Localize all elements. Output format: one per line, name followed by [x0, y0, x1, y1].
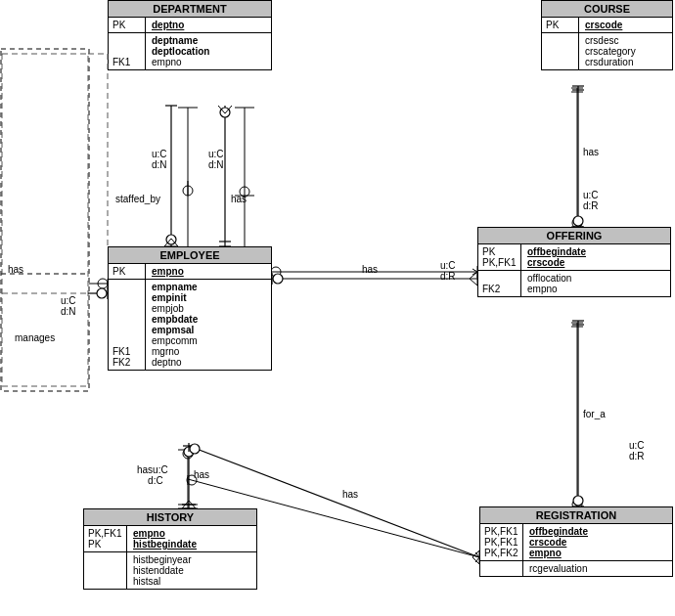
- reg-crscode: crscode: [529, 537, 588, 548]
- uC-dN-label2: u:Cd:N: [208, 149, 224, 170]
- hist-pk-key: PK: [88, 539, 122, 550]
- uC-dR-label3: u:Cd:R: [629, 440, 645, 462]
- svg-line-45: [171, 239, 178, 246]
- dept-deptname: deptname: [152, 35, 209, 46]
- emp-empmsal: empmsal: [152, 325, 198, 335]
- course-pk-key: PK: [546, 20, 574, 30]
- svg-point-43: [166, 235, 176, 244]
- emp-empname: empname: [152, 282, 198, 292]
- emp-pk-key: PK: [109, 264, 146, 279]
- emp-fk1-key: FK1: [112, 346, 141, 357]
- emp-attrs: empname empinit empjob empbdate empmsal …: [146, 280, 203, 370]
- off-pk-attrs: offbegindate crscode: [521, 244, 592, 270]
- course-crsdesc: crsdesc: [585, 35, 636, 46]
- emp-empbdate: empbdate: [152, 314, 198, 325]
- offering-entity: OFFERING PK PK,FK1 offbegindate crscode …: [477, 227, 671, 297]
- dept-attrs: deptname deptlocation empno: [146, 33, 215, 69]
- svg-point-21: [271, 267, 281, 277]
- staffed-by-label: staffed_by: [115, 194, 160, 204]
- reg-pkfk1-key2: PK,FK1: [484, 537, 518, 548]
- svg-line-70: [470, 272, 477, 279]
- svg-point-18: [183, 449, 193, 459]
- dept-deptno: deptno: [152, 20, 184, 30]
- off-pkfk1-key: PK,FK1: [482, 257, 517, 268]
- svg-line-63: [182, 501, 189, 508]
- uC-dN-label3: u:Cd:N: [61, 295, 76, 317]
- off-attrs: offlocation empno: [521, 271, 577, 296]
- off-offlocation: offlocation: [527, 273, 571, 284]
- emp-pk-attrs: empno: [146, 264, 190, 279]
- course-pk-attrs: crscode: [579, 18, 628, 32]
- course-entity: COURSE PK crscode crsdesc crscategory cr…: [541, 0, 673, 70]
- hasu-label: hasu:C d:C: [137, 464, 168, 486]
- reg-pkfk2-key: PK,FK2: [484, 548, 518, 558]
- diagram-container: COURSE PK crscode crsdesc crscategory cr…: [0, 0, 675, 616]
- svg-line-44: [164, 239, 171, 246]
- history-entity: HISTORY PK,FK1 PK empno histbegindate hi…: [83, 508, 257, 590]
- svg-line-87: [472, 557, 479, 564]
- svg-line-64: [189, 501, 196, 508]
- svg-point-12: [98, 279, 108, 288]
- manages-label: manages: [15, 332, 55, 343]
- dept-fk1-key3: FK1: [112, 57, 141, 67]
- off-empno: empno: [527, 284, 571, 294]
- hist-pkfk1-key: PK,FK1: [88, 528, 122, 539]
- history-title: HISTORY: [84, 509, 256, 526]
- course-attrs: crsdesc crscategory crsduration: [579, 33, 642, 69]
- hist-empno: empno: [133, 528, 197, 539]
- course-attr-keys: [542, 33, 579, 69]
- emp-empno: empno: [152, 266, 184, 277]
- hist-histbegindate: histbegindate: [133, 539, 197, 550]
- registration-entity: REGISTRATION PK,FK1 PK,FK1 PK,FK2 offbeg…: [479, 506, 673, 577]
- employee-title: EMPLOYEE: [109, 247, 271, 264]
- off-pk-key: PK: [482, 246, 517, 257]
- emp-mgrno: mgrno: [152, 346, 198, 357]
- reg-offbegindate: offbegindate: [529, 526, 588, 537]
- course-pk-crscode: crscode: [585, 20, 622, 30]
- dept-fk1-key: [112, 35, 141, 46]
- hist-histenddate: histenddate: [133, 565, 191, 576]
- registration-title: REGISTRATION: [480, 507, 672, 524]
- dept-deptlocation: deptlocation: [152, 46, 209, 57]
- uC-dR-label2: u:Cd:R: [583, 190, 599, 211]
- svg-line-86: [472, 550, 479, 557]
- dept-pk-key: PK: [109, 18, 146, 32]
- svg-line-52: [225, 106, 232, 113]
- emp-empjob: empjob: [152, 303, 198, 314]
- for-a-label: for_a: [583, 409, 606, 419]
- hist-histsal: histsal: [133, 576, 191, 587]
- has-emp-hist-label: has: [194, 469, 209, 480]
- dept-fk1-key2: [112, 46, 141, 57]
- offering-title: OFFERING: [478, 228, 670, 244]
- svg-line-71: [470, 279, 477, 286]
- emp-deptno: deptno: [152, 357, 198, 368]
- hist-histbeginyear: histbeginyear: [133, 554, 191, 565]
- reg-attrs: rcgevaluation: [523, 561, 593, 576]
- uC-dN-label1: u:Cd:N: [152, 149, 167, 170]
- department-entity: DEPARTMENT PK deptno FK1 deptname deptlo…: [108, 0, 272, 70]
- off-fk2-key: FK2: [482, 284, 517, 294]
- svg-line-51: [218, 106, 225, 113]
- svg-point-61: [184, 447, 194, 457]
- emp-empinit: empinit: [152, 292, 198, 303]
- has-dept-emp-label: has: [231, 194, 247, 204]
- hist-pk-attrs: empno histbegindate: [127, 526, 202, 551]
- uC-dR-label1: u:Cd:R: [440, 260, 456, 282]
- svg-point-81: [573, 496, 583, 506]
- svg-point-55: [97, 288, 107, 298]
- svg-point-48: [220, 108, 230, 117]
- reg-rcgevaluation: rcgevaluation: [529, 563, 587, 574]
- course-crsduration: crsduration: [585, 57, 636, 67]
- emp-empcomm: empcomm: [152, 335, 198, 346]
- svg-point-68: [273, 274, 283, 284]
- has-course-label: has: [583, 147, 599, 157]
- employee-entity: EMPLOYEE PK empno FK1 FK2 empname empini…: [108, 246, 272, 371]
- reg-empno: empno: [529, 548, 588, 558]
- reg-pkfk1-key: PK,FK1: [484, 526, 518, 537]
- course-keys: PK: [542, 18, 579, 32]
- course-crscategory: crscategory: [585, 46, 636, 57]
- hist-attrs: histbeginyear histenddate histsal: [127, 552, 197, 589]
- dept-empno: empno: [152, 57, 209, 67]
- off-crscode: crscode: [527, 257, 586, 268]
- dept-pk-attrs: deptno: [146, 18, 190, 32]
